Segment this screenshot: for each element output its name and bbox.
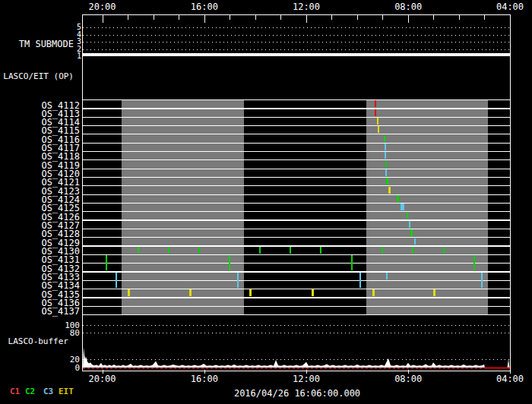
lasco-timeline-screen: TM SUBMODE LASCO/EIT (OP) LASCO-buffer c… [0,0,532,404]
buffer-end-spike [508,359,510,368]
buffer-usage-plot [0,0,532,404]
buffer-usage-series [83,347,485,368]
